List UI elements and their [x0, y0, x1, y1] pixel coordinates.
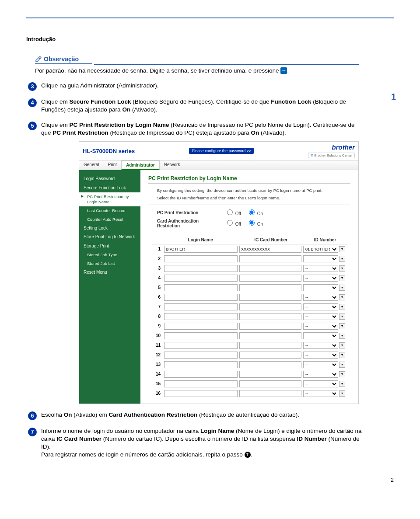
dropdown-icon[interactable]: ▾ — [339, 265, 345, 272]
row-index: 10 — [152, 333, 162, 338]
id-number-select[interactable]: -- — [303, 342, 338, 349]
sidebar-item[interactable]: Last Counter Record — [79, 206, 140, 215]
sidebar-item[interactable]: Login Password — [79, 174, 140, 184]
id-number-select[interactable]: -- — [303, 352, 338, 359]
step-number-5: 5 — [28, 122, 37, 130]
id-number-select[interactable]: -- — [303, 265, 338, 272]
dropdown-icon[interactable]: ▾ — [339, 352, 345, 358]
card-auth-off-radio[interactable]: Off — [227, 220, 241, 226]
row-index: 16 — [152, 391, 162, 396]
sidebar-item[interactable]: Reset Menu — [79, 268, 140, 277]
tab-general[interactable]: General — [79, 160, 104, 170]
th-ic-card-number: IC Card Number — [238, 237, 303, 242]
id-number-select[interactable]: -- — [303, 275, 338, 282]
login-name-input[interactable] — [164, 255, 238, 262]
note-text: Por padrão, não há necessidade de senha.… — [35, 67, 279, 74]
sidebar-item[interactable]: Store Print Log to Network — [79, 233, 140, 242]
dropdown-icon[interactable]: ▾ — [339, 304, 345, 310]
dropdown-icon[interactable]: ▾ — [339, 333, 345, 339]
dropdown-icon[interactable]: ▾ — [339, 323, 345, 329]
ic-card-number-input[interactable] — [239, 352, 301, 359]
th-id-number: ID Number — [303, 237, 347, 242]
table-row: 101 BROTHER▾ — [152, 244, 347, 254]
login-name-input[interactable] — [164, 361, 238, 368]
dropdown-icon[interactable]: ▾ — [339, 371, 345, 377]
id-number-select[interactable]: -- — [303, 390, 338, 397]
note-body: Por padrão, não há necessidade de senha.… — [35, 67, 359, 75]
ic-card-number-input[interactable] — [239, 265, 301, 272]
id-number-select[interactable]: -- — [303, 371, 338, 378]
login-name-input[interactable] — [164, 275, 238, 282]
dropdown-icon[interactable]: ▾ — [339, 362, 345, 368]
sidebar-item[interactable]: Storage Print — [79, 242, 140, 251]
solutions-center-link[interactable]: ⟲ Brother Solutions Center — [308, 153, 355, 158]
dropdown-icon[interactable]: ▾ — [339, 294, 345, 300]
dropdown-icon[interactable]: ▾ — [339, 342, 345, 348]
id-number-select[interactable]: -- — [303, 294, 338, 301]
step-ref-7-icon: 7 — [245, 452, 251, 458]
card-auth-on-radio[interactable]: On — [249, 220, 263, 226]
login-name-input[interactable] — [164, 313, 238, 320]
ic-card-number-input[interactable] — [239, 246, 301, 253]
sidebar-item[interactable]: PC Print Restriction by Login Name — [79, 192, 140, 206]
ic-card-number-input[interactable] — [239, 342, 301, 349]
ic-card-number-input[interactable] — [239, 332, 301, 339]
id-number-select[interactable]: -- — [303, 303, 338, 310]
login-name-input[interactable] — [164, 380, 238, 387]
ic-card-number-input[interactable] — [239, 323, 301, 330]
step-number-4: 4 — [28, 98, 37, 107]
login-name-input[interactable] — [164, 371, 238, 378]
login-name-input[interactable] — [164, 303, 238, 310]
login-name-input[interactable] — [164, 352, 238, 359]
tab-administrator[interactable]: Administrator — [121, 160, 160, 170]
id-number-select[interactable]: -- — [303, 313, 338, 320]
id-number-select[interactable]: 01 BROTHER — [303, 246, 338, 253]
login-name-input[interactable] — [164, 390, 238, 397]
login-name-input[interactable] — [164, 294, 238, 301]
ic-card-number-input[interactable] — [239, 275, 301, 282]
id-number-select[interactable]: -- — [303, 332, 338, 339]
note-box: Observação Por padrão, não há necessidad… — [35, 56, 359, 75]
tab-print[interactable]: Print — [104, 160, 122, 170]
dropdown-icon[interactable]: ▾ — [339, 256, 345, 262]
id-number-select[interactable]: -- — [303, 361, 338, 368]
sidebar-item[interactable]: Setting Lock — [79, 224, 140, 233]
login-name-input[interactable] — [164, 342, 238, 349]
login-name-input[interactable] — [164, 246, 238, 253]
login-name-input[interactable] — [164, 323, 238, 330]
sidebar-item[interactable]: Counter Auto Reset — [79, 215, 140, 224]
row-index: 13 — [152, 362, 162, 367]
configure-password-button[interactable]: Please configure the password >> — [189, 148, 254, 154]
table-row: 16--▾ — [152, 389, 347, 398]
ic-card-number-input[interactable] — [239, 284, 301, 291]
dropdown-icon[interactable]: ▾ — [339, 285, 345, 291]
ic-card-number-input[interactable] — [239, 303, 301, 310]
dropdown-icon[interactable]: ▾ — [339, 313, 345, 320]
ic-card-number-input[interactable] — [239, 361, 301, 368]
dropdown-icon[interactable]: ▾ — [339, 246, 345, 252]
ic-card-number-input[interactable] — [239, 294, 301, 301]
dropdown-icon[interactable]: ▾ — [339, 390, 345, 397]
id-number-select[interactable]: -- — [303, 380, 338, 387]
login-name-input[interactable] — [164, 332, 238, 339]
card-auth-restriction-row: Card Authentication Restriction Off On — [157, 219, 342, 228]
tab-network[interactable]: Network — [160, 160, 185, 170]
id-number-select[interactable]: -- — [303, 323, 338, 330]
ic-card-number-input[interactable] — [239, 371, 301, 378]
sidebar-item[interactable]: Secure Function Lock — [79, 184, 140, 193]
table-row: 10--▾ — [152, 331, 347, 341]
ic-card-number-input[interactable] — [239, 380, 301, 387]
ic-card-number-input[interactable] — [239, 255, 301, 262]
pc-print-off-radio[interactable]: Off — [227, 209, 241, 216]
sidebar-item[interactable]: Stored Job List — [79, 259, 140, 268]
login-name-input[interactable] — [164, 265, 238, 272]
sidebar-item[interactable]: Stored Job Type — [79, 251, 140, 259]
dropdown-icon[interactable]: ▾ — [339, 381, 345, 387]
ic-card-number-input[interactable] — [239, 390, 301, 397]
login-name-input[interactable] — [164, 284, 238, 291]
id-number-select[interactable]: -- — [303, 284, 338, 291]
ic-card-number-input[interactable] — [239, 313, 301, 320]
id-number-select[interactable]: -- — [303, 255, 338, 262]
pc-print-on-radio[interactable]: On — [249, 209, 263, 216]
dropdown-icon[interactable]: ▾ — [339, 275, 345, 281]
